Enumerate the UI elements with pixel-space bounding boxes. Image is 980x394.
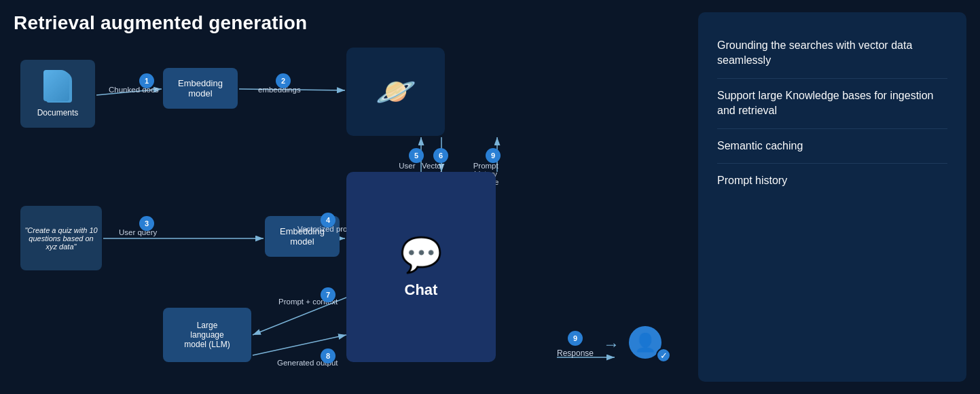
step-3-label: User query [119,228,157,236]
documents-box: Documents [20,60,95,128]
step-2-circle: 2 [276,73,291,88]
step-9a-circle: 9 [486,148,501,163]
user-query-label: "Create a quiz with 10 questions based o… [24,226,98,251]
step-7-circle: 7 [321,287,335,302]
step-9b-circle: 9 [568,331,583,346]
step-5-circle: 5 [409,148,424,163]
step-6-circle: 6 [433,148,448,163]
page-title: Retrieval augmented generation [14,12,682,34]
chat-box: 💬 Chat [346,172,496,362]
chat-label: Chat [405,281,438,299]
response-area: 9 Response → 👤 ✓ [557,326,671,363]
document-icon [43,70,72,103]
step-1-circle: 1 [139,73,154,88]
llm-label: Large language model (LLM) [184,321,230,349]
step-8-circle: 8 [321,348,335,363]
panel-item-3: Prompt history [717,164,947,198]
panel-item-1: Support large Knowledge bases for ingest… [717,79,947,129]
embedding-model-1-label: Embedding model [178,78,223,98]
panel-item-2: Semantic caching [717,129,947,164]
step-3-circle: 3 [139,216,154,231]
response-user-icon: 👤 ✓ [629,326,671,363]
panel-item-0: Grounding the searches with vector data … [717,29,947,79]
response-label: Response [557,348,594,358]
cosmos-icon: 🪐 [376,75,416,108]
user-query-box: "Create a quiz with 10 questions based o… [20,206,102,270]
step-4-circle: 4 [321,213,335,228]
cosmos-box: 🪐 [346,48,445,136]
diagram-area: Retrieval augmented generation [14,12,682,382]
right-panel: Grounding the searches with vector data … [698,12,966,382]
documents-label: Documents [37,108,79,118]
chat-icon: 💬 [400,235,442,274]
llm-box: Large language model (LLM) [163,308,251,362]
embedding-model-1-box: Embedding model [163,68,238,109]
